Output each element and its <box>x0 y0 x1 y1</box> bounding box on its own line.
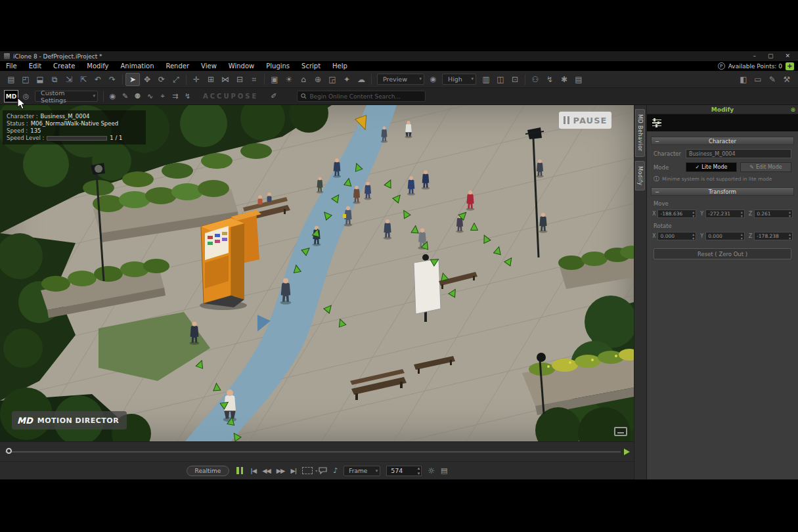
camera-icon[interactable]: ◉ <box>427 73 439 86</box>
timeline-track[interactable] <box>5 451 621 453</box>
eye-icon[interactable]: ◉ <box>106 90 119 103</box>
step-forward-button[interactable]: ▶▶ <box>277 467 285 474</box>
avatar-icon[interactable]: ⚇ <box>528 73 543 86</box>
lite-mode-button[interactable]: ✓ Lite Mode <box>686 162 737 172</box>
motion-icon[interactable]: ↯ <box>543 73 557 86</box>
step-back-button[interactable]: ◀◀ <box>262 467 271 474</box>
light-icon[interactable]: ☀ <box>282 73 296 86</box>
pivot-icon[interactable]: ✛ <box>189 73 204 86</box>
person-icon[interactable]: ⚉ <box>131 90 144 103</box>
content-icon[interactable]: ▤ <box>571 73 586 86</box>
collapse-icon[interactable]: − <box>655 137 659 145</box>
viewport-3d-scene[interactable] <box>0 105 634 441</box>
frame-number-input[interactable]: 574 <box>386 466 422 476</box>
realtime-button[interactable]: Realtime <box>187 466 230 476</box>
ruler-icon[interactable]: ⌗ <box>247 73 261 86</box>
dialog-icon[interactable]: ▭ <box>751 73 765 86</box>
speed-icon[interactable]: ↯ <box>181 90 194 103</box>
quality-dropdown[interactable]: High <box>442 74 476 85</box>
rotate-y-field[interactable]: 0.000 <box>705 232 744 240</box>
panel-close-icon[interactable]: ⊗ <box>790 106 795 113</box>
snap-icon[interactable]: ⊞ <box>204 73 218 86</box>
add-points-button[interactable]: + <box>786 62 794 70</box>
tab-modify[interactable]: Modify <box>635 161 645 191</box>
rotate-x-field[interactable]: 0.000 <box>657 232 696 240</box>
menu-create[interactable]: Create <box>47 61 81 71</box>
online-content-search[interactable] <box>297 91 426 102</box>
wrench-icon[interactable]: ⚒ <box>780 73 794 86</box>
move-z-field[interactable]: 0.261 <box>754 210 793 218</box>
import-icon[interactable]: ⇲ <box>62 73 76 86</box>
select-tool-icon[interactable]: ➤ <box>125 73 140 86</box>
undo-icon[interactable]: ↶ <box>91 73 105 86</box>
menu-modify[interactable]: Modify <box>81 61 114 71</box>
camera-frame-icon[interactable]: ◲ <box>325 73 340 86</box>
move-tool-icon[interactable]: ✥ <box>140 73 154 86</box>
move-y-field[interactable]: -272.231 <box>705 210 744 218</box>
rotate-z-field[interactable]: -178.238 <box>754 232 793 240</box>
menu-animation[interactable]: Animation <box>114 61 160 71</box>
brush-icon[interactable]: ✐ <box>267 90 280 103</box>
effects-icon[interactable]: ✦ <box>340 73 354 86</box>
frame-mode-dropdown[interactable]: Frame <box>344 466 380 476</box>
custom-settings-dropdown[interactable]: Custom Settings <box>35 91 98 102</box>
viewport[interactable]: Character :Business_M_0004 Status :M06_N… <box>0 105 634 441</box>
minimize-button[interactable]: – <box>753 51 756 61</box>
sky-icon[interactable]: ☁ <box>354 73 368 86</box>
speech-bubble-icon[interactable] <box>319 467 327 474</box>
jump-to-end-button[interactable]: ▶| <box>290 467 296 474</box>
maximize-button[interactable]: ▢ <box>768 51 774 61</box>
open-project-icon[interactable]: ◰ <box>18 73 33 86</box>
timeline-panel-icon[interactable]: ▤ <box>441 466 447 475</box>
character-section-header[interactable]: − Character <box>651 137 794 145</box>
motion-director-button[interactable]: MD <box>4 90 18 102</box>
save-project-icon[interactable]: ⬓ <box>33 73 47 86</box>
path-icon[interactable]: ∿ <box>144 90 156 103</box>
link-icon[interactable]: ⋈ <box>218 73 233 86</box>
render-image-icon[interactable]: ▥ <box>479 73 493 86</box>
menu-help[interactable]: Help <box>326 61 353 71</box>
screenshot-icon[interactable]: ⊡ <box>508 73 522 86</box>
tab-md-behavior[interactable]: MD Behavior <box>635 109 645 157</box>
home-view-icon[interactable]: ⌂ <box>296 73 311 86</box>
align-icon[interactable]: ⊟ <box>233 73 247 86</box>
notes-icon[interactable]: ✎ <box>765 73 780 86</box>
scene-manager-icon[interactable]: ▣ <box>267 73 282 86</box>
viewport-display-icon[interactable] <box>614 427 627 436</box>
menu-render[interactable]: Render <box>160 61 195 71</box>
render-video-icon[interactable]: ◫ <box>493 73 508 86</box>
move-x-field[interactable]: -188.636 <box>657 210 696 218</box>
pack-project-icon[interactable]: ⧉ <box>47 73 62 86</box>
new-project-icon[interactable]: ▤ <box>4 73 18 86</box>
sliders-icon[interactable] <box>652 120 661 127</box>
scale-tool-icon[interactable]: ⤢ <box>169 73 183 86</box>
menu-view[interactable]: View <box>195 61 223 71</box>
menu-script[interactable]: Script <box>296 61 326 71</box>
close-button[interactable]: ✕ <box>785 51 790 61</box>
preview-dropdown[interactable]: Preview <box>377 74 424 85</box>
physics-icon[interactable]: ✱ <box>557 73 571 86</box>
workspace-icon[interactable]: ◧ <box>736 73 751 86</box>
loop-range-icon[interactable] <box>302 467 313 474</box>
redo-icon[interactable]: ↷ <box>105 73 120 86</box>
collapse-icon[interactable]: − <box>655 188 659 196</box>
menu-file[interactable]: File <box>0 61 23 71</box>
character-field[interactable]: Business_M_0004 <box>686 149 791 158</box>
add-prop-icon[interactable]: ⊕ <box>311 73 325 86</box>
menu-window[interactable]: Window <box>223 61 260 71</box>
target-icon[interactable]: ⌖ <box>156 90 169 103</box>
transform-section-header[interactable]: − Transform <box>651 187 794 196</box>
export-icon[interactable]: ⇱ <box>76 73 91 86</box>
render-settings-icon[interactable]: ☼ <box>428 466 435 476</box>
direction-icon[interactable]: ⇉ <box>169 90 181 103</box>
menu-plugins[interactable]: Plugins <box>260 61 296 71</box>
search-input[interactable] <box>309 93 422 100</box>
music-note-icon[interactable]: ♪ <box>333 466 338 475</box>
rotate-tool-icon[interactable]: ⟳ <box>154 73 169 86</box>
jump-to-start-button[interactable]: |◀ <box>250 467 256 474</box>
timeline[interactable] <box>0 441 634 461</box>
edit-mode-button[interactable]: ✎ Edit Mode <box>740 162 791 172</box>
menu-edit[interactable]: Edit <box>23 61 47 71</box>
edit-pose-icon[interactable]: ✎ <box>119 90 131 103</box>
pause-button[interactable] <box>235 467 244 474</box>
